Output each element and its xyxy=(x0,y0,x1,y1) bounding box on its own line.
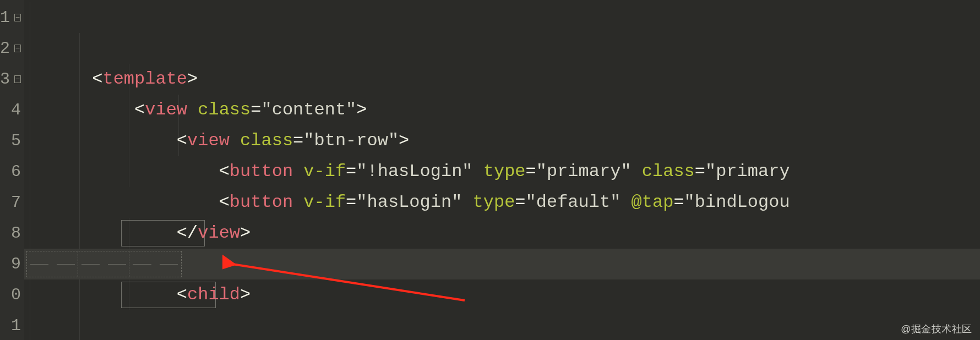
tag-name: view xyxy=(198,223,240,243)
line-number: 9 xyxy=(11,249,21,279)
attr-value: "content" xyxy=(261,100,356,120)
attr-name: @tap xyxy=(631,192,674,212)
attr-name: class xyxy=(642,161,695,182)
line-number: 4 xyxy=(11,95,21,125)
fold-toggle-icon[interactable]: − xyxy=(14,45,21,52)
line-number: 6 xyxy=(11,156,21,187)
tag-name: view xyxy=(187,130,230,151)
code-area[interactable]: <template> <view class="content"> <view … xyxy=(24,0,980,340)
gutter-line[interactable]: 5 xyxy=(0,125,24,156)
tag-name: template xyxy=(102,69,187,89)
attr-name: v-if xyxy=(303,161,346,182)
tag-name: view xyxy=(145,100,187,120)
attr-value: "bindLogou xyxy=(684,192,790,212)
line-number: 0 xyxy=(11,279,21,310)
gutter-line[interactable]: 1 xyxy=(0,310,24,340)
attr-name: v-if xyxy=(303,192,346,212)
line-number: 2 xyxy=(0,33,10,64)
whitespace-indicator xyxy=(26,251,182,277)
attr-name: type xyxy=(483,161,526,182)
attr-value: "hasLogin" xyxy=(356,192,462,212)
punct: < xyxy=(134,100,145,120)
code-line[interactable]: </view> xyxy=(24,310,980,340)
line-number: 3 xyxy=(0,64,10,95)
tag-name: child xyxy=(187,284,240,305)
gutter-line[interactable]: 3 − xyxy=(0,64,24,95)
attr-name: class xyxy=(198,100,251,120)
attr-name: type xyxy=(473,192,515,212)
tag-name: button xyxy=(230,192,293,212)
attr-value: "!hasLogin" xyxy=(356,161,472,182)
gutter-line[interactable]: 6 xyxy=(0,156,24,187)
watermark: @掘金技术社区 xyxy=(901,322,972,336)
gutter: 1 − 2 − 3 − 4 5 6 7 8 9 0 xyxy=(0,0,24,340)
gutter-line[interactable]: 9 xyxy=(0,249,24,279)
tag-name: button xyxy=(230,161,293,182)
line-number: 8 xyxy=(11,218,21,249)
line-number: 1 xyxy=(0,2,10,33)
code-line[interactable]: <view class="content"> xyxy=(24,33,980,64)
punct: < xyxy=(92,69,102,89)
fold-toggle-icon[interactable]: − xyxy=(14,75,21,83)
code-editor[interactable]: 1 − 2 − 3 − 4 5 6 7 8 9 0 xyxy=(0,0,980,340)
fold-toggle-icon[interactable]: − xyxy=(14,14,21,21)
line-number: 7 xyxy=(11,187,21,218)
line-number: 5 xyxy=(11,125,21,156)
line-number: 1 xyxy=(11,310,21,340)
gutter-line[interactable]: 8 xyxy=(0,218,24,249)
gutter-line[interactable]: 4 xyxy=(0,95,24,125)
gutter-line[interactable]: 7 xyxy=(0,187,24,218)
attr-value: "btn-row" xyxy=(303,130,399,151)
attr-value: "primary" xyxy=(536,161,631,182)
attr-value: "default" xyxy=(526,192,621,212)
gutter-line[interactable]: 2 − xyxy=(0,33,24,64)
gutter-line[interactable]: 0 xyxy=(0,279,24,310)
punct: > xyxy=(187,69,198,89)
attr-value: "primary xyxy=(705,161,790,182)
attr-name: class xyxy=(240,130,293,151)
gutter-line[interactable]: 1 − xyxy=(0,2,24,33)
code-line[interactable]: <template> xyxy=(24,2,980,33)
